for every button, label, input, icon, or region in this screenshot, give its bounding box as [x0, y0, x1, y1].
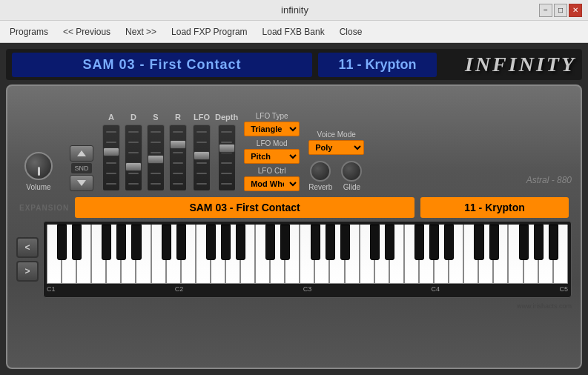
white-key-4[interactable]	[106, 225, 121, 284]
c3-label: C3	[303, 285, 312, 293]
white-key-3[interactable]	[91, 225, 106, 284]
menu-previous[interactable]: << Previous	[56, 23, 117, 41]
voice-mode-dropdown[interactable]: Poly Mono Legato	[308, 140, 364, 155]
white-key-26[interactable]	[434, 225, 449, 284]
title-bar: infinity − □ ✕	[0, 0, 588, 21]
close-button[interactable]: ✕	[569, 4, 582, 17]
release-label: R	[175, 113, 181, 122]
up-button[interactable]	[70, 145, 93, 162]
menu-close[interactable]: Close	[333, 23, 369, 41]
white-key-7[interactable]	[151, 225, 166, 284]
white-key-10[interactable]	[196, 225, 211, 284]
synth-container: SAM 03 - First Contact 11 - Krypton INFI…	[0, 43, 588, 375]
menu-load-fxp[interactable]: Load FXP Program	[165, 23, 254, 41]
white-key-34[interactable]	[553, 225, 568, 284]
white-key-27[interactable]	[449, 225, 463, 284]
sustain-thumb[interactable]	[148, 155, 164, 164]
lfo-type-row: LFO Type Triangle Sine Square Sawtooth R…	[244, 112, 300, 136]
white-key-24[interactable]	[404, 225, 419, 284]
c5-label: C5	[559, 285, 568, 293]
white-key-23[interactable]	[389, 225, 404, 284]
white-key-16[interactable]	[285, 225, 300, 284]
reverb-knob-group: Reverb	[308, 161, 332, 191]
c4-label: C4	[432, 285, 440, 293]
lfo-ctrl-label: LFO Ctrl	[244, 167, 300, 175]
lfo-mod-row: LFO Mod Pitch Volume Filter	[244, 139, 300, 164]
keyboard-labels: C1 C2 C3 C4 C5	[47, 284, 568, 294]
lfo-ctrl-dropdown[interactable]: Mod Wheel None Velocity	[244, 176, 300, 191]
keyboard-section: < > C1	[16, 221, 572, 298]
sustain-slider[interactable]	[147, 125, 165, 191]
piano-keyboard[interactable]	[47, 225, 568, 284]
white-key-1[interactable]	[62, 225, 76, 284]
release-thumb[interactable]	[170, 140, 186, 149]
white-key-14[interactable]	[255, 225, 270, 284]
white-key-22[interactable]	[374, 225, 389, 284]
white-key-32[interactable]	[523, 225, 538, 284]
white-key-29[interactable]	[478, 225, 493, 284]
program-number-display: 11 - Krypton	[318, 53, 437, 77]
white-key-31[interactable]	[508, 225, 523, 284]
lfo-thumb[interactable]	[194, 151, 210, 160]
keyboard-nav-left[interactable]: <	[16, 237, 39, 258]
white-key-12[interactable]	[225, 225, 240, 284]
c1-label: C1	[47, 285, 56, 293]
c2-label: C2	[175, 285, 184, 293]
voice-section: Voice Mode Poly Mono Legato Reverb	[308, 130, 364, 191]
decay-slider-group: D	[125, 113, 142, 191]
menu-load-fxb[interactable]: Load FXB Bank	[256, 23, 331, 41]
attack-thumb[interactable]	[103, 147, 119, 156]
white-key-17[interactable]	[300, 225, 314, 284]
white-key-18[interactable]	[314, 225, 329, 284]
lfo-mod-label: LFO Mod	[244, 139, 300, 147]
white-key-2[interactable]	[76, 225, 91, 284]
reverb-knob[interactable]	[310, 161, 331, 182]
maximize-button[interactable]: □	[554, 4, 567, 17]
white-key-21[interactable]	[360, 225, 374, 284]
white-key-0[interactable]	[47, 225, 62, 284]
lfo-mod-dropdown[interactable]: Pitch Volume Filter	[244, 149, 300, 164]
white-key-30[interactable]	[493, 225, 508, 284]
glide-knob[interactable]	[341, 161, 362, 182]
keyboard-nav-right[interactable]: >	[16, 261, 39, 282]
volume-knob[interactable]	[24, 152, 53, 180]
attack-slider[interactable]	[102, 125, 120, 191]
lfo-type-label: LFO Type	[244, 112, 300, 120]
snd-label: SND	[71, 163, 91, 173]
sustain-slider-group: S	[147, 113, 165, 191]
depth-thumb[interactable]	[219, 144, 235, 153]
decay-thumb[interactable]	[125, 162, 142, 171]
controls-row: Volume SND A	[16, 95, 572, 191]
sustain-label: S	[153, 113, 158, 122]
reverb-label: Reverb	[308, 183, 332, 191]
menu-bar: Programs << Previous Next >> Load FXP Pr…	[0, 21, 588, 43]
depth-slider[interactable]	[218, 125, 236, 191]
white-key-20[interactable]	[345, 225, 360, 284]
menu-next[interactable]: Next >>	[119, 23, 163, 41]
down-button[interactable]	[70, 175, 93, 191]
adsr-section: A D	[102, 113, 187, 191]
release-slider[interactable]	[169, 125, 187, 191]
white-key-5[interactable]	[121, 225, 136, 284]
decay-slider[interactable]	[125, 125, 142, 191]
depth-slider-group: Depth	[215, 113, 238, 191]
white-key-6[interactable]	[136, 225, 151, 284]
lfo-slider[interactable]	[193, 125, 211, 191]
white-key-11[interactable]	[211, 225, 225, 284]
svg-marker-0	[77, 150, 86, 156]
minimize-button[interactable]: −	[539, 4, 552, 17]
updown-section: SND	[67, 145, 96, 191]
lfo-slider-label: LFO	[194, 113, 210, 122]
white-key-28[interactable]	[463, 225, 478, 284]
lfo-type-dropdown[interactable]: Triangle Sine Square Sawtooth Random	[244, 122, 300, 136]
white-key-19[interactable]	[329, 225, 344, 284]
menu-programs[interactable]: Programs	[3, 23, 55, 41]
white-key-9[interactable]	[181, 225, 196, 284]
white-key-33[interactable]	[538, 225, 553, 284]
white-key-15[interactable]	[270, 225, 285, 284]
white-key-8[interactable]	[166, 225, 181, 284]
white-key-13[interactable]	[240, 225, 255, 284]
white-key-25[interactable]	[419, 225, 434, 284]
voice-mode-row: Voice Mode Poly Mono Legato	[308, 130, 364, 155]
svg-marker-1	[77, 180, 86, 186]
